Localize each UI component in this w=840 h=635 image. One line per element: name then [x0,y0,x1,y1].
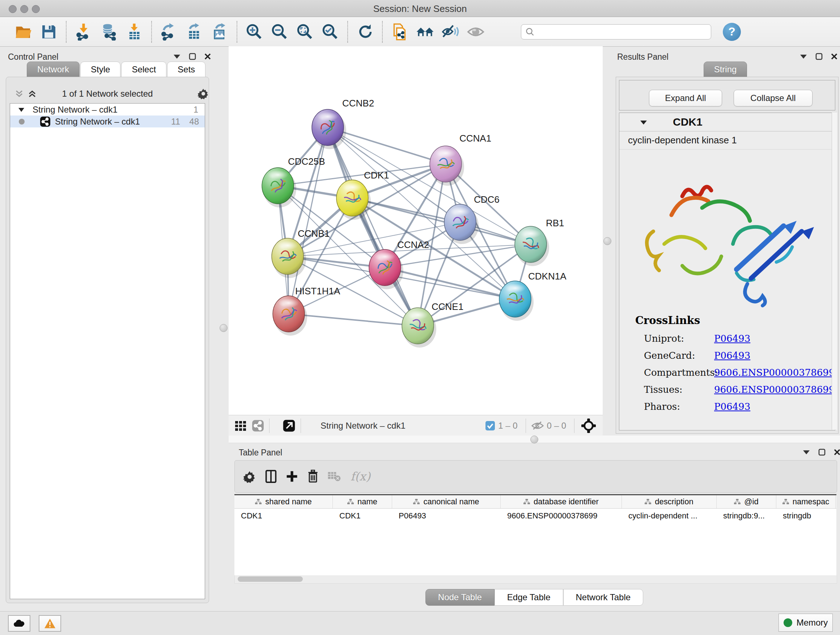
birds-eye-view-icon[interactable] [581,418,596,433]
clone-network-icon[interactable] [389,21,410,42]
scrollbar-thumb[interactable] [238,576,303,582]
network-node[interactable] [273,296,307,336]
column-header-database-identifier[interactable]: database identifier [501,495,622,508]
export-table-icon[interactable] [184,21,205,42]
crosslink-link[interactable]: P06493 [714,350,750,361]
tab-network[interactable]: Network [27,62,80,78]
search-input[interactable] [521,24,711,40]
network-node[interactable] [430,146,464,186]
grid-view-icon[interactable] [234,420,247,432]
tab-edge-table[interactable]: Edge Table [494,589,563,606]
float-panel-icon[interactable] [815,53,823,60]
network-badge-icon[interactable] [252,420,264,432]
horizontal-splitter-handle[interactable] [531,435,538,443]
add-column-icon[interactable] [286,470,298,483]
crosslink-link[interactable]: 9606.ENSP00000378699 [714,384,835,395]
save-session-icon[interactable] [38,21,59,42]
network-edge[interactable] [287,222,460,256]
hidden-eye-icon[interactable] [531,420,544,431]
network-node[interactable] [369,249,403,289]
function-builder-icon[interactable]: f(x) [351,470,370,483]
detach-view-icon[interactable] [283,419,295,432]
network-view-canvas[interactable]: CCNB2CCNA1CDC25BCDK1CDC6RB1CCNB1CCNA2CDK… [229,46,603,415]
table-cell[interactable]: stringdb [776,509,836,523]
vertical-splitter-handle[interactable] [603,237,611,245]
zoom-out-icon[interactable] [269,21,290,42]
column-header-name[interactable]: name [333,495,392,508]
crosslink-link[interactable]: 9606.ENSP00000378699 [714,367,835,378]
network-graph[interactable]: CCNB2CCNA1CDC25BCDK1CDC6RB1CCNB1CCNA2CDK… [229,46,603,415]
network-node[interactable] [444,204,478,244]
network-edge[interactable] [352,198,531,244]
network-node[interactable] [402,308,436,348]
table-cell[interactable]: cyclin-dependent ... [622,509,717,523]
warnings-button[interactable] [39,615,61,632]
help-icon[interactable]: ? [723,23,741,41]
collapse-all-button[interactable]: Collapse All [734,90,813,106]
table-row[interactable]: CDK1CDK1P064939606.ENSP00000378699cyclin… [234,509,836,523]
import-network-file-icon[interactable] [73,21,94,42]
tab-network-table[interactable]: Network Table [563,589,644,606]
hide-selected-icon[interactable] [440,21,461,42]
float-panel-icon[interactable] [818,448,826,456]
table-cell[interactable]: CDK1 [234,509,333,523]
tab-sets[interactable]: Sets [167,62,205,78]
network-node[interactable] [262,168,296,207]
panel-menu-icon[interactable] [799,54,807,59]
delete-column-icon[interactable] [306,470,319,483]
table-cell[interactable]: 9606.ENSP00000378699 [501,509,622,523]
network-collection-row[interactable]: String Network – cdk1 1 [10,103,205,116]
network-options-gear-icon[interactable] [197,87,210,101]
import-table-icon[interactable] [124,21,145,42]
zoom-in-icon[interactable] [244,21,265,42]
close-panel-icon[interactable] [831,53,838,60]
tab-style[interactable]: Style [80,62,120,78]
network-edge[interactable] [278,164,446,186]
column-header--id[interactable]: @id [717,495,776,508]
network-node[interactable] [312,109,346,149]
table-options-gear-icon[interactable] [243,470,256,483]
memory-button[interactable]: Memory [778,614,833,632]
delete-table-icon[interactable] [327,470,341,482]
network-node[interactable] [515,226,549,266]
column-header-namespac[interactable]: namespac [776,495,836,508]
float-panel-icon[interactable] [189,53,196,60]
tab-select[interactable]: Select [121,62,166,78]
panel-menu-icon[interactable] [173,54,181,59]
search-field[interactable] [521,24,711,40]
table-cell[interactable]: CDK1 [333,509,392,523]
refresh-icon[interactable] [355,21,376,42]
home-icon[interactable] [415,21,436,42]
zoom-selected-icon[interactable] [320,21,341,42]
table-horizontal-scrollbar[interactable] [234,575,837,584]
crosslink-link[interactable]: P06493 [714,333,750,344]
network-node[interactable] [336,180,371,220]
network-node[interactable] [499,281,534,321]
horizontal-splitter[interactable] [229,435,840,443]
zoom-fit-icon[interactable] [294,21,316,42]
column-header-shared-name[interactable]: shared name [234,495,333,508]
close-panel-icon[interactable] [204,53,211,60]
export-image-icon[interactable] [209,21,230,42]
table-cell[interactable]: P06493 [392,509,501,523]
expand-all-button[interactable]: Expand All [649,90,722,106]
import-network-database-icon[interactable] [98,21,119,42]
cloud-status-button[interactable] [8,615,30,632]
export-network-icon[interactable] [158,21,180,42]
column-header-description[interactable]: description [622,495,717,508]
tab-string[interactable]: String [704,62,747,78]
crosslink-link[interactable]: P06493 [714,401,750,412]
column-header-canonical-name[interactable]: canonical name [392,495,501,508]
result-entry-header[interactable]: CDK1 [619,113,835,131]
results-scrollbar[interactable] [832,112,837,430]
collapse-entry-icon[interactable] [639,119,647,125]
close-panel-icon[interactable] [834,448,840,456]
selected-checkbox-icon[interactable] [485,421,495,431]
network-edge[interactable] [328,127,418,326]
network-row-selected[interactable]: String Network – cdk1 11 48 [10,116,205,127]
show-all-icon[interactable] [465,21,486,42]
tab-node-table[interactable]: Node Table [425,589,494,606]
show-columns-icon[interactable] [264,470,278,483]
vertical-splitter-handle[interactable] [219,324,227,332]
table-cell[interactable]: stringdb:9... [717,509,776,523]
